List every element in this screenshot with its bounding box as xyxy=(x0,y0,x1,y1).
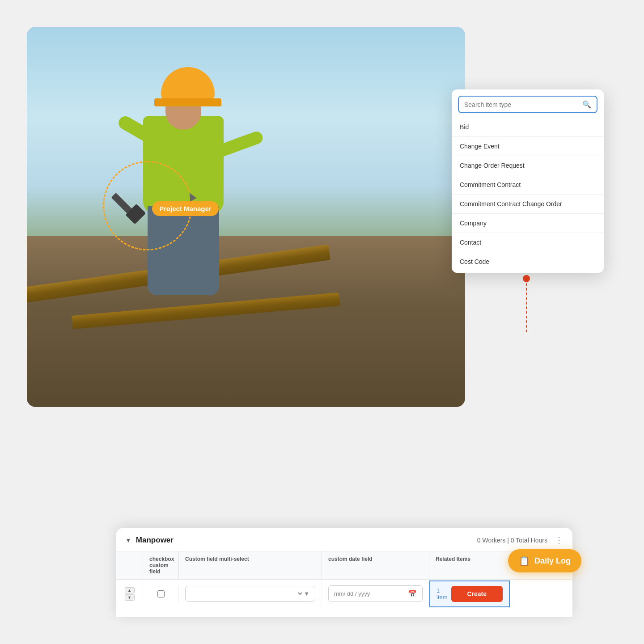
dropdown-item-commitment-contract[interactable]: Commitment Contract xyxy=(452,175,604,195)
search-box[interactable]: 🔍 xyxy=(458,96,597,113)
collapse-chevron-icon[interactable]: ▼ xyxy=(125,537,131,544)
row-stepper-cell: ▲ ▼ xyxy=(116,583,143,605)
table-row: ▲ ▼ ▼ mm/ dd / yyyy xyxy=(116,580,572,608)
dropdown-item-change-event[interactable]: Change Event xyxy=(452,137,604,156)
dropdown-item-cost-code[interactable]: Cost Code xyxy=(452,252,604,271)
dropdown-item-bid[interactable]: Bid xyxy=(452,118,604,137)
row-number-stepper[interactable]: ▲ ▼ xyxy=(123,587,136,601)
search-input[interactable] xyxy=(464,101,579,108)
table-title-area: ▼ Manpower xyxy=(125,536,174,545)
custom-field-multi-select[interactable]: ▼ xyxy=(185,586,315,602)
row-checkbox[interactable] xyxy=(157,590,165,597)
daily-log-icon: 📋 xyxy=(519,555,530,566)
select-dropdown-icon: ▼ xyxy=(304,590,309,597)
calendar-icon: 📅 xyxy=(408,589,417,598)
col-header-related-items: Related Items xyxy=(429,551,510,579)
dropdown-item-change-order-request[interactable]: Change Order Request xyxy=(452,156,604,175)
search-panel: 🔍 Bid Change Event Change Order Request … xyxy=(452,89,604,273)
search-icon: 🔍 xyxy=(582,100,591,109)
multi-select-cell: ▼ xyxy=(179,581,322,606)
photo-background: Project Manager xyxy=(27,27,465,407)
daily-log-label: Daily Log xyxy=(534,556,571,566)
search-input-wrap: 🔍 xyxy=(452,89,604,113)
table-columns-header: checkbox custom field Custom field multi… xyxy=(116,551,572,580)
create-button[interactable]: Create xyxy=(451,586,503,602)
dropdown-item-contact[interactable]: Contact xyxy=(452,233,604,252)
table-panel: ▼ Manpower 0 Workers | 0 Total Hours ⋮ c… xyxy=(116,528,572,617)
table-meta: 0 Workers | 0 Total Hours ⋮ xyxy=(477,535,564,546)
stepper-down-button[interactable]: ▼ xyxy=(125,594,135,601)
table-title: Manpower xyxy=(136,536,174,545)
col-header-checkbox-custom-field: checkbox custom field xyxy=(143,551,179,579)
table-header-row: ▼ Manpower 0 Workers | 0 Total Hours ⋮ xyxy=(116,528,572,551)
photo-card: Project Manager xyxy=(27,27,465,407)
col-header-custom-field-multi-select: Custom field multi-select xyxy=(179,551,322,579)
project-manager-tooltip: Project Manager xyxy=(152,201,219,216)
stepper-up-button[interactable]: ▲ xyxy=(125,587,135,593)
connector-line xyxy=(526,279,527,332)
checkbox-cell xyxy=(143,586,179,602)
dropdown-list: Bid Change Event Change Order Request Co… xyxy=(452,118,604,273)
col-header-number xyxy=(116,551,143,579)
custom-date-field[interactable]: mm/ dd / yyyy 📅 xyxy=(328,585,423,602)
more-options-icon[interactable]: ⋮ xyxy=(555,535,564,546)
date-placeholder: mm/ dd / yyyy xyxy=(334,590,370,597)
main-container: Project Manager 🔍 Bid Change Event Chang… xyxy=(27,27,617,617)
date-field-cell: mm/ dd / yyyy 📅 xyxy=(322,581,429,606)
multi-select-input[interactable] xyxy=(191,590,304,597)
related-items-cell: 1 item Create xyxy=(429,580,510,607)
col-header-custom-date-field: custom date field xyxy=(322,551,429,579)
dropdown-item-commitment-contract-change-order[interactable]: Commitment Contract Change Order xyxy=(452,195,604,214)
daily-log-button[interactable]: 📋 Daily Log xyxy=(508,549,581,572)
related-items-value[interactable]: 1 item xyxy=(436,587,448,601)
dropdown-item-company[interactable]: Company xyxy=(452,214,604,233)
connector-dot xyxy=(523,275,530,282)
